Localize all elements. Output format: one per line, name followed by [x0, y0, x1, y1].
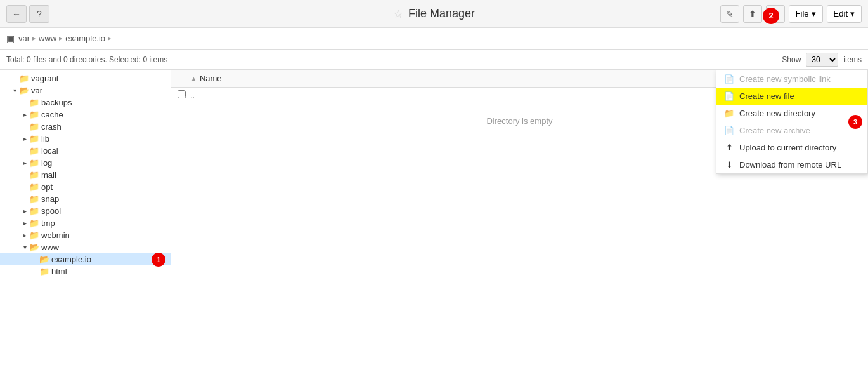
help-icon: ? [37, 9, 42, 19]
name-sort-icon: ▲ [190, 75, 197, 83]
status-text: Total: 0 files and 0 directories. Select… [6, 55, 167, 64]
back-button[interactable]: ← [6, 5, 27, 23]
breadcrumb-sep-1: ▸ [32, 34, 36, 43]
page-title: File Manager [408, 7, 475, 20]
toggle-icon [30, 267, 39, 276]
sidebar-item-label: cache [41, 110, 63, 119]
folder-icon: 📂 [29, 242, 39, 252]
menu-item-label: Create new file [739, 91, 794, 101]
sidebar-item-www[interactable]: ▾ 📂 www [0, 241, 171, 253]
folder-icon: 📁 [29, 158, 39, 168]
menu-item-create-symlink[interactable]: 📄 Create new symbolic link [716, 70, 867, 88]
toolbar-row: Total: 0 files and 0 directories. Select… [0, 50, 868, 70]
folder-icon: 📁 [29, 98, 39, 107]
breadcrumb-example[interactable]: example.io [65, 34, 105, 43]
edit-icon-button[interactable]: ✎ [720, 5, 739, 23]
sidebar-item-label: mail [41, 170, 56, 180]
folder-icon: 📁 [29, 194, 39, 204]
menu-item-create-archive[interactable]: 📄 Create new archive [716, 122, 867, 139]
sidebar-item-tmp[interactable]: ▸ 📁 tmp [0, 217, 171, 229]
sidebar-item-opt[interactable]: 📁 opt [0, 181, 171, 193]
menu-item-download[interactable]: ⬇ Download from remote URL [716, 156, 867, 173]
export-icon-button[interactable]: ⬆ [743, 5, 762, 23]
toggle-icon [20, 183, 29, 192]
sidebar-item-label: tmp [41, 218, 55, 228]
toggle-icon [20, 123, 29, 131]
toggle-icon: ▾ [20, 243, 29, 252]
sidebar-item-label: snap [41, 194, 59, 204]
help-button[interactable]: ? [29, 5, 49, 23]
header: ← ? ☆ File Manager ✎ ⬆ ↻ File ▾ Edit ▾ 2 [0, 0, 868, 28]
sidebar-item-exampleio[interactable]: 📂 example.io 1 [0, 253, 171, 265]
header-title-area: ☆ File Manager [393, 7, 475, 21]
folder-icon: 📁 [29, 230, 39, 240]
favorite-icon[interactable]: ☆ [393, 7, 403, 21]
upload-icon: ⬆ [724, 143, 734, 152]
menu-item-label: Download from remote URL [739, 160, 841, 169]
header-actions: ✎ ⬆ ↻ File ▾ Edit ▾ 2 [720, 5, 862, 23]
menu-item-upload[interactable]: ⬆ Upload to current directory [716, 139, 867, 156]
nav-buttons: ← ? [6, 5, 49, 23]
toggle-icon [20, 98, 29, 107]
symlink-icon: 📄 [724, 74, 734, 84]
sidebar-item-var[interactable]: ▾ 📂 var [0, 84, 171, 96]
breadcrumb-www[interactable]: www [39, 34, 56, 43]
breadcrumb-var[interactable]: var [18, 34, 30, 43]
toggle-icon: ▸ [20, 159, 29, 168]
sidebar: 📁 vagrant ▾ 📂 var 📁 backups ▸ 📁 cache 📁 … [0, 70, 171, 372]
toggle-icon [20, 171, 29, 180]
breadcrumb-sep-2: ▸ [59, 34, 63, 43]
sidebar-item-label: local [41, 146, 58, 156]
folder-icon: 📁 [29, 134, 39, 143]
edit-menu-chevron-icon: ▾ [850, 9, 855, 18]
sidebar-item-spool[interactable]: ▸ 📁 spool [0, 205, 171, 217]
sidebar-item-webmin[interactable]: ▸ 📁 webmin [0, 229, 171, 241]
folder-icon: 📁 [39, 267, 49, 276]
sidebar-item-log[interactable]: ▸ 📁 log [0, 157, 171, 169]
menu-item-create-file[interactable]: 📄 Create new file 3 [716, 88, 867, 105]
menu-item-label: Create new archive [739, 126, 810, 135]
toggle-icon: ▸ [20, 219, 29, 228]
file-menu-button[interactable]: File ▾ [789, 5, 823, 23]
row-checkbox[interactable] [178, 90, 186, 98]
folder-icon: 📂 [39, 255, 49, 264]
sidebar-item-backups[interactable]: 📁 backups [0, 96, 171, 109]
sidebar-item-snap[interactable]: 📁 snap [0, 193, 171, 205]
show-label: Show [782, 55, 801, 64]
sidebar-item-label: example.io [51, 255, 91, 264]
show-count-select[interactable]: 30 50 100 [806, 53, 838, 67]
toggle-icon: ▾ [10, 86, 19, 95]
breadcrumb-folder-icon: ▣ [6, 34, 15, 44]
toggle-icon: ▸ [20, 135, 29, 143]
sidebar-item-cache[interactable]: ▸ 📁 cache [0, 109, 171, 121]
edit-menu-button[interactable]: Edit ▾ [827, 5, 862, 23]
row-checkbox-cell [178, 90, 190, 100]
breadcrumb-sep-3: ▸ [108, 34, 112, 43]
sidebar-item-local[interactable]: 📁 local [0, 145, 171, 157]
sidebar-item-html[interactable]: 📁 html [0, 265, 171, 277]
download-icon: ⬇ [724, 160, 734, 169]
empty-message: Directory is empty [486, 116, 552, 126]
menu-item-create-directory[interactable]: 📁 Create new directory [716, 105, 867, 122]
sidebar-item-label: opt [41, 182, 53, 192]
toggle-icon [20, 195, 29, 204]
toggle-icon [20, 147, 29, 156]
sidebar-item-vagrant[interactable]: 📁 vagrant [0, 72, 171, 84]
content-area: ▲ Name Size .. Directory is empty 📄 Crea… [171, 70, 868, 372]
menu-item-label: Upload to current directory [739, 143, 836, 152]
sidebar-item-label: html [51, 267, 67, 276]
menu-item-label: Create new symbolic link [739, 74, 831, 84]
sidebar-item-lib[interactable]: ▸ 📁 lib [0, 133, 171, 145]
main-layout: 📁 vagrant ▾ 📂 var 📁 backups ▸ 📁 cache 📁 … [0, 70, 868, 372]
callout-2: 2 [763, 8, 779, 24]
sidebar-item-mail[interactable]: 📁 mail [0, 169, 171, 181]
sidebar-item-label: backups [41, 98, 72, 107]
sidebar-item-label: webmin [41, 230, 70, 240]
sidebar-item-crash[interactable]: 📁 crash [0, 121, 171, 133]
archive-icon: 📄 [724, 126, 734, 135]
sidebar-item-label: crash [41, 122, 62, 131]
toggle-icon: ▸ [20, 231, 29, 240]
edit-menu-label: Edit [834, 9, 848, 18]
folder-icon: 📁 [19, 74, 29, 83]
sidebar-item-label: www [41, 242, 59, 252]
